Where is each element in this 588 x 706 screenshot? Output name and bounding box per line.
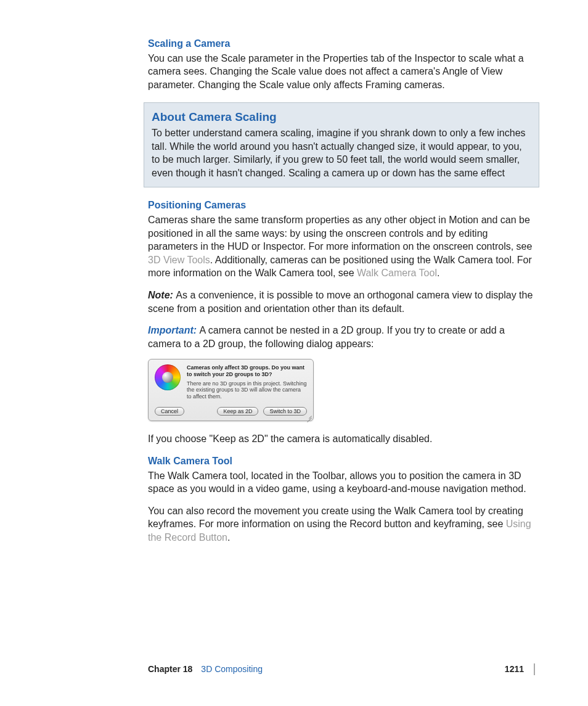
note-label: Note:: [148, 290, 176, 300]
text-fragment: You can also record the movement you cre…: [148, 506, 523, 530]
text-fragment: .: [227, 532, 230, 543]
heading-walk-camera-tool: Walk Camera Tool: [148, 454, 535, 468]
dialog-sub-text: There are no 3D groups in this project. …: [187, 380, 307, 400]
heading-positioning-cameras: Positioning Cameras: [148, 199, 535, 212]
body-walk-camera-1: The Walk Camera tool, located in the Too…: [148, 469, 535, 496]
text-fragment: .: [437, 268, 439, 278]
body-scaling-a-camera: You can use the Scale parameter in the P…: [148, 52, 535, 92]
body-walk-camera-2: You can also record the movement you cre…: [148, 504, 535, 544]
footer-chapter: Chapter 18: [148, 663, 192, 675]
motion-app-icon: [155, 364, 181, 390]
dialog-main-text: Cameras only affect 3D groups. Do you wa…: [187, 364, 307, 377]
body-after-dialog: If you choose "Keep as 2D" the camera is…: [148, 432, 535, 446]
important-label: Important:: [148, 325, 200, 335]
note-body: As a convenience, it is possible to move…: [148, 290, 533, 314]
callout-body: To better understand camera scaling, ima…: [152, 126, 531, 179]
keep-as-2d-button[interactable]: Keep as 2D: [217, 407, 258, 416]
switch-to-3d-button[interactable]: Switch to 3D: [263, 407, 307, 416]
dialog-screenshot: Cameras only affect 3D groups. Do you wa…: [148, 359, 535, 421]
link-walk-camera-tool[interactable]: Walk Camera Tool: [357, 268, 437, 278]
text-fragment: Cameras share the same transform propert…: [148, 215, 532, 252]
page-footer: Chapter 18 3D Compositing 1211: [0, 663, 588, 675]
cancel-button[interactable]: Cancel: [155, 407, 184, 416]
callout-about-camera-scaling: About Camera Scaling To better understan…: [144, 102, 539, 187]
note-paragraph: Note: As a convenience, it is possible t…: [148, 289, 535, 315]
resize-grip-icon: [306, 413, 312, 419]
heading-scaling-a-camera: Scaling a Camera: [148, 37, 535, 51]
important-body: A camera cannot be nested in a 2D group.…: [148, 325, 505, 349]
dialog-box: Cameras only affect 3D groups. Do you wa…: [148, 359, 314, 421]
page: Scaling a Camera You can use the Scale p…: [0, 0, 588, 706]
footer-chapter-title: 3D Compositing: [201, 663, 504, 675]
footer-page-number: 1211: [505, 663, 524, 675]
link-3d-view-tools[interactable]: 3D View Tools: [148, 255, 210, 265]
body-positioning-cameras-1: Cameras share the same transform propert…: [148, 213, 535, 280]
callout-title: About Camera Scaling: [152, 109, 531, 125]
important-paragraph: Important: A camera cannot be nested in …: [148, 324, 535, 350]
